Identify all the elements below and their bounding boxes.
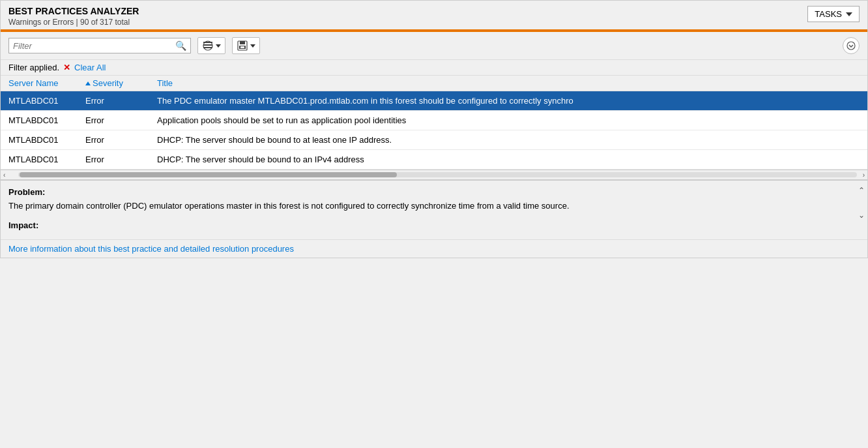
cell-severity: Error <box>85 135 157 145</box>
save-button[interactable] <box>232 37 260 54</box>
scrollbar-track <box>18 172 857 177</box>
more-info-link[interactable]: More information about this best practic… <box>8 244 294 254</box>
svg-rect-2 <box>203 47 212 48</box>
table-row[interactable]: MTLABDC01 Error DHCP: The server should … <box>1 150 867 170</box>
svg-rect-7 <box>240 46 244 48</box>
save-icon <box>237 40 248 52</box>
cell-title: DHCP: The server should be bound to an I… <box>157 155 867 164</box>
horizontal-scrollbar[interactable]: ‹ › <box>1 170 867 180</box>
column-header-title[interactable]: Title <box>157 78 867 88</box>
table-body: MTLABDC01 Error The PDC emulator master … <box>1 91 867 170</box>
cell-title: DHCP: The server should be bound to at l… <box>157 135 867 145</box>
severity-label: Severity <box>93 78 123 88</box>
title-label: Title <box>157 78 173 88</box>
column-header-severity[interactable]: Severity <box>85 78 157 88</box>
clear-all-x-button[interactable]: ✕ <box>63 63 70 72</box>
table-header: Server Name Severity Title <box>1 76 867 91</box>
severity-sort-icon <box>85 82 91 85</box>
tasks-button[interactable]: TASKS <box>807 6 860 22</box>
detail-scroll-up-icon[interactable]: ⌃ <box>858 186 865 195</box>
filter-applied-text: Filter applied. <box>8 63 59 72</box>
filter-box: 🔍 <box>8 38 191 53</box>
cell-server-name: MTLABDC01 <box>1 96 85 106</box>
cell-server-name: MTLABDC01 <box>1 135 85 145</box>
footer-link-bar: More information about this best practic… <box>1 239 867 258</box>
cell-server-name: MTLABDC01 <box>1 155 85 164</box>
list-view-dropdown-icon <box>216 44 221 48</box>
cell-title: Application pools should be set to run a… <box>157 115 867 125</box>
search-icon[interactable]: 🔍 <box>175 40 186 51</box>
svg-rect-5 <box>240 41 245 44</box>
column-header-server[interactable]: Server Name <box>1 78 85 88</box>
scroll-right-arrow-icon[interactable]: › <box>860 172 867 179</box>
problem-label: Problem: <box>8 187 860 197</box>
server-name-label: Server Name <box>8 78 59 88</box>
filter-input[interactable] <box>13 41 175 51</box>
detail-scroll-down-icon[interactable]: ⌄ <box>858 211 865 220</box>
cell-title: The PDC emulator master MTLABDC01.prod.m… <box>157 96 867 106</box>
filter-bar: Filter applied. ✕ Clear All <box>1 60 867 76</box>
table-row[interactable]: MTLABDC01 Error DHCP: The server should … <box>1 130 867 150</box>
table-row[interactable]: MTLABDC01 Error The PDC emulator master … <box>1 91 867 111</box>
tasks-label: TASKS <box>815 9 842 19</box>
detail-panel: ⌃ Problem: The primary domain controller… <box>1 180 867 239</box>
impact-label: Impact: <box>8 220 860 230</box>
page-subtitle: Warnings or Errors | 90 of 317 total <box>8 18 139 27</box>
clear-all-button[interactable]: Clear All <box>74 63 106 72</box>
scroll-left-arrow-icon[interactable]: ‹ <box>1 172 8 179</box>
problem-text: The primary domain controller (PDC) emul… <box>8 200 860 213</box>
cell-severity: Error <box>85 115 157 125</box>
page-title: BEST PRACTICES ANALYZER <box>8 6 139 16</box>
expand-button[interactable] <box>843 37 860 54</box>
list-icon <box>202 40 214 52</box>
cell-severity: Error <box>85 96 157 106</box>
expand-icon <box>846 41 856 50</box>
svg-point-8 <box>847 42 855 50</box>
tasks-dropdown-arrow-icon <box>846 12 852 16</box>
table-row[interactable]: MTLABDC01 Error Application pools should… <box>1 111 867 130</box>
cell-severity: Error <box>85 155 157 164</box>
list-view-button[interactable] <box>197 37 225 54</box>
scrollbar-thumb[interactable] <box>20 172 397 177</box>
save-dropdown-icon <box>250 44 255 48</box>
svg-rect-1 <box>203 44 212 46</box>
cell-server-name: MTLABDC01 <box>1 115 85 125</box>
